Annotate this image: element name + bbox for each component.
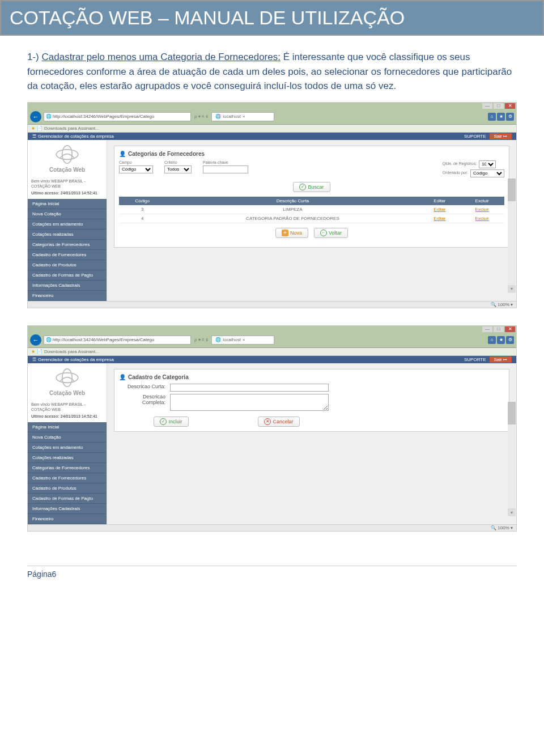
back-button[interactable]: ← xyxy=(30,111,41,122)
menu-icon[interactable]: ☰ xyxy=(32,134,36,139)
scroll-thumb[interactable] xyxy=(508,402,516,424)
qtde-select[interactable]: 10 xyxy=(479,160,496,168)
menu-cotacoes-andamento[interactable]: Cotações em andamento xyxy=(28,219,107,230)
menu-icon[interactable]: ☰ xyxy=(32,357,36,362)
home-icon[interactable]: ⌂ xyxy=(488,113,496,121)
back-button[interactable]: ← xyxy=(30,334,41,346)
scroll-down-icon[interactable]: ▾ xyxy=(508,285,516,293)
suporte-link[interactable]: SUPORTE xyxy=(464,134,486,139)
minimize-button[interactable]: — xyxy=(482,103,492,109)
filter-row: CampoCódigo CritérioTodos Palavra-chave … xyxy=(119,160,504,177)
th-descricao: Descrição Curta xyxy=(165,197,419,205)
intro-lead: 1-) xyxy=(27,52,42,62)
maximize-button[interactable]: □ xyxy=(494,326,504,332)
gear-icon[interactable]: ⚙ xyxy=(506,113,514,121)
star-icon[interactable]: ★ xyxy=(497,113,505,121)
desc-completa-input[interactable] xyxy=(170,394,329,411)
star-icon[interactable]: ★ xyxy=(497,336,505,344)
close-button[interactable]: ✕ xyxy=(505,326,515,332)
menu-nova-cotacao[interactable]: Nova Cotação xyxy=(28,432,107,443)
sidebar: Cotação Web Bem vindo WEBAPP BRASIL - CO… xyxy=(28,140,107,301)
menu-categorias-fornecedores[interactable]: Categorias de Fornecedores xyxy=(28,240,107,250)
tab-icon: 🌐 xyxy=(215,114,221,119)
globe-icon: 🌐 xyxy=(46,114,52,119)
logo-block: Cotação Web xyxy=(28,140,107,177)
menu-categorias-fornecedores[interactable]: Categorias de Fornecedores xyxy=(28,463,107,473)
url-bar[interactable]: 🌐http://localhost:34246/WebPages/Empresa… xyxy=(44,112,191,121)
editar-link[interactable]: Editar xyxy=(419,205,460,214)
panel-cadastro-categoria: 👤 Cadastro de Categoria Descricao Curta:… xyxy=(114,369,509,432)
data-table: Código Descrição Curta Editar Excluir 3 … xyxy=(119,197,504,223)
bookmark-page-icon: 📄 xyxy=(37,126,42,131)
menu-info-cadastrais[interactable]: Informações Cadastrais xyxy=(28,504,107,514)
menu-cadastro-pagto[interactable]: Cadastro de Formas de Pagto xyxy=(28,270,107,281)
cell-codigo: 4 xyxy=(119,214,165,223)
ordenado-select[interactable]: Código xyxy=(470,169,504,177)
campo-select[interactable]: Código xyxy=(119,165,153,173)
back-arrow-icon: ← xyxy=(320,230,327,236)
cancelar-button[interactable]: ✕Cancelar xyxy=(258,417,299,427)
palavra-input[interactable] xyxy=(203,165,248,173)
sidebar: Cotação Web Bem vindo WEBAPP BRASIL - CO… xyxy=(28,363,107,524)
nova-button[interactable]: +Nova xyxy=(275,228,308,238)
editar-link[interactable]: Editar xyxy=(419,214,460,223)
campo-label: Campo xyxy=(119,160,153,164)
panel-categorias: 👤 Categorias de Fornecedores CampoCódigo… xyxy=(114,146,509,248)
vertical-scrollbar[interactable]: ▴ ▾ xyxy=(508,179,516,293)
table-row: 3 LIMPEZA Editar Excluir xyxy=(119,205,504,214)
menu-info-cadastrais[interactable]: Informações Cadastrais xyxy=(28,281,107,291)
incluir-button[interactable]: ✓Incluir xyxy=(154,417,188,427)
menu-nova-cotacao[interactable]: Nova Cotação xyxy=(28,209,107,219)
logo-block: Cotação Web xyxy=(28,363,107,401)
browser-right-icons: ⌂ ★ ⚙ xyxy=(488,336,514,344)
maximize-button[interactable]: □ xyxy=(494,103,504,109)
menu-cadastro-fornecedores[interactable]: Cadastro de Fornecedores xyxy=(28,473,107,483)
menu-cadastro-pagto[interactable]: Cadastro de Formas de Pagto xyxy=(28,494,107,504)
home-icon[interactable]: ⌂ xyxy=(488,336,496,344)
th-editar: Editar xyxy=(419,197,460,205)
menu-cotacoes-realizadas[interactable]: Cotações realizadas xyxy=(28,230,107,240)
gear-icon[interactable]: ⚙ xyxy=(506,336,514,344)
menu-cotacoes-realizadas[interactable]: Cotações realizadas xyxy=(28,453,107,463)
palavra-label: Palavra-chave xyxy=(203,160,248,164)
browser-toolbar: ← 🌐http://localhost:34246/WebPages/Empre… xyxy=(28,109,516,125)
excluir-link[interactable]: Excluir xyxy=(460,214,504,223)
user-icon: 👤 xyxy=(119,374,126,380)
bookmark-label[interactable]: Downloads para Assinant... xyxy=(44,349,99,354)
voltar-button[interactable]: ←Voltar xyxy=(314,228,348,238)
vertical-scrollbar[interactable]: ▴ ▾ xyxy=(508,402,516,516)
scroll-down-icon[interactable]: ▾ xyxy=(508,508,516,516)
menu-financeiro[interactable]: Financeiro xyxy=(28,514,107,524)
menu-cadastro-produtos[interactable]: Cadastro de Produtos xyxy=(28,260,107,270)
excluir-link[interactable]: Excluir xyxy=(460,205,504,214)
cell-desc: LIMPEZA xyxy=(165,205,419,214)
tab-label: localhost xyxy=(223,337,241,342)
menu-pagina-inicial[interactable]: Página Inicial xyxy=(28,422,107,432)
window-titlebar: — □ ✕ xyxy=(28,326,516,333)
url-bar[interactable]: 🌐http://localhost:34246/WebPages/Empresa… xyxy=(44,335,191,345)
criterio-select[interactable]: Todos xyxy=(164,165,192,173)
side-menu: Página Inicial Nova Cotação Cotações em … xyxy=(28,422,107,524)
bookmark-page-icon: 📄 xyxy=(37,349,42,354)
menu-cadastro-fornecedores[interactable]: Cadastro de Fornecedores xyxy=(28,250,107,260)
menu-cadastro-produtos[interactable]: Cadastro de Produtos xyxy=(28,483,107,494)
minimize-button[interactable]: — xyxy=(482,326,492,332)
menu-cotacoes-andamento[interactable]: Cotações em andamento xyxy=(28,443,107,453)
close-button[interactable]: ✕ xyxy=(505,103,515,109)
menu-financeiro[interactable]: Financeiro xyxy=(28,291,107,301)
zoom-bar: 🔍 100% ▾ xyxy=(28,524,516,531)
suporte-link[interactable]: SUPORTE xyxy=(464,357,486,362)
sair-button[interactable]: Sair ↦ xyxy=(490,133,512,139)
bookmark-label[interactable]: Downloads para Assinant... xyxy=(44,126,99,131)
desc-curta-input[interactable] xyxy=(170,384,329,392)
welcome-text: Bem vindo WEBAPP BRASIL - COTAÇÃO WEB Ul… xyxy=(28,177,107,197)
th-codigo: Código xyxy=(119,197,165,205)
sair-button[interactable]: Sair ↦ xyxy=(490,356,512,363)
scroll-thumb[interactable] xyxy=(508,179,516,201)
browser-tab[interactable]: 🌐localhost× xyxy=(211,335,274,345)
menu-pagina-inicial[interactable]: Página Inicial xyxy=(28,199,107,209)
intro-paragraph: 1-) Cadastrar pelo menos uma Categoria d… xyxy=(0,36,544,102)
buscar-button[interactable]: ✓Buscar xyxy=(293,182,330,192)
globe-icon: 🌐 xyxy=(46,337,52,342)
browser-tab[interactable]: 🌐localhost× xyxy=(211,112,274,121)
